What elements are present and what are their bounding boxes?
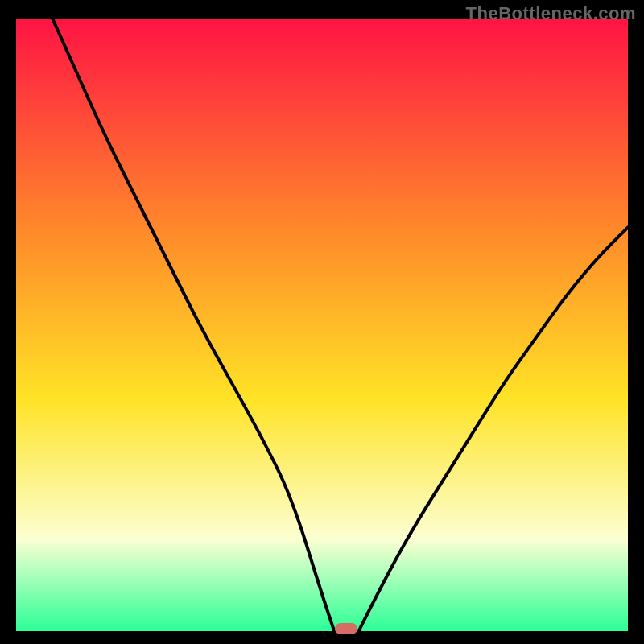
chart-frame: TheBottleneck.com — [0, 0, 644, 644]
chart-svg — [16, 19, 628, 631]
plot-area — [16, 19, 628, 631]
gradient-background — [16, 19, 628, 631]
minimum-marker — [335, 623, 357, 634]
